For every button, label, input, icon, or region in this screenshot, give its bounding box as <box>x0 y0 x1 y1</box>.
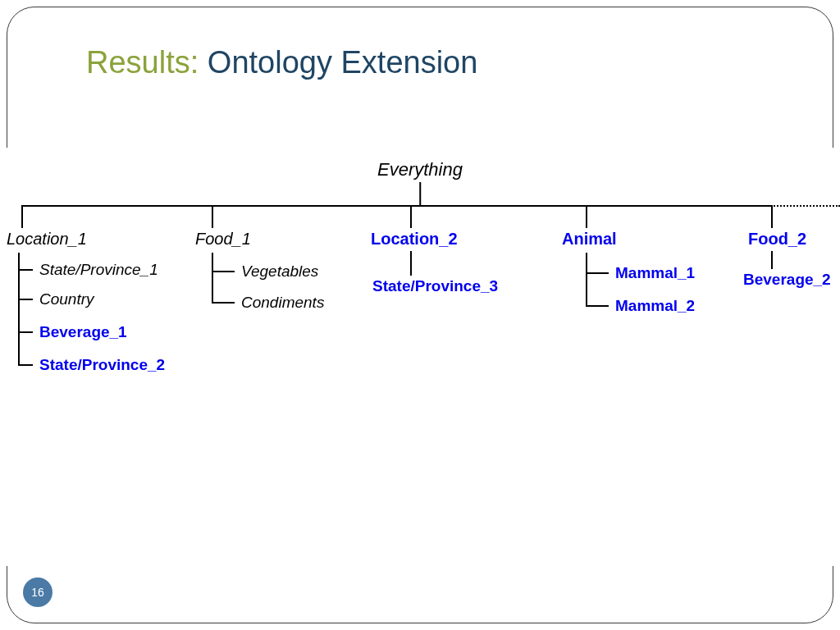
branch-drop <box>21 205 23 228</box>
page-number-badge: 16 <box>23 578 52 607</box>
branch-label-animal: Animal <box>562 230 617 249</box>
frame-cut <box>0 148 16 566</box>
tree-root: Everything <box>377 159 463 180</box>
branch-label-location1: Location_1 <box>7 230 87 249</box>
child-label: Beverage_1 <box>39 323 127 341</box>
child-label: Beverage_2 <box>743 271 831 289</box>
child-label: Vegetables <box>241 262 318 281</box>
branch-label-location2: Location_2 <box>371 230 458 249</box>
branch-drop <box>586 205 587 228</box>
tree-bus-continuation <box>771 205 840 207</box>
child-label: Country <box>39 290 94 308</box>
child-label: State/Province_2 <box>39 356 165 374</box>
child-label: Condiments <box>241 294 324 312</box>
child-tick <box>586 272 609 274</box>
child-stub <box>410 251 412 276</box>
branch-drop <box>771 205 773 228</box>
child-spine <box>586 253 587 307</box>
title-accent: Results: <box>86 45 199 80</box>
child-tick <box>18 331 33 333</box>
child-tick <box>212 302 235 304</box>
tree-bus-line <box>21 205 771 207</box>
page-number: 16 <box>31 586 44 599</box>
branch-drop <box>212 205 213 228</box>
child-stub <box>771 251 773 269</box>
child-label: State/Province_3 <box>372 277 498 295</box>
child-tick <box>212 271 235 272</box>
child-tick <box>18 299 33 300</box>
child-tick <box>586 305 609 307</box>
child-label: State/Province_1 <box>39 261 158 279</box>
child-tick <box>18 364 33 366</box>
branch-label-food1: Food_1 <box>195 230 251 249</box>
title-rest: Ontology Extension <box>199 45 477 80</box>
child-spine <box>212 253 213 304</box>
branch-drop <box>410 205 412 228</box>
slide-frame <box>7 7 833 623</box>
frame-cut <box>824 148 840 566</box>
child-label: Mammal_2 <box>615 297 695 315</box>
child-label: Mammal_1 <box>615 264 695 282</box>
child-tick <box>18 269 33 271</box>
tree-root-connector <box>419 182 421 205</box>
slide-title: Results: Ontology Extension <box>86 45 477 80</box>
branch-label-food2: Food_2 <box>748 230 806 249</box>
